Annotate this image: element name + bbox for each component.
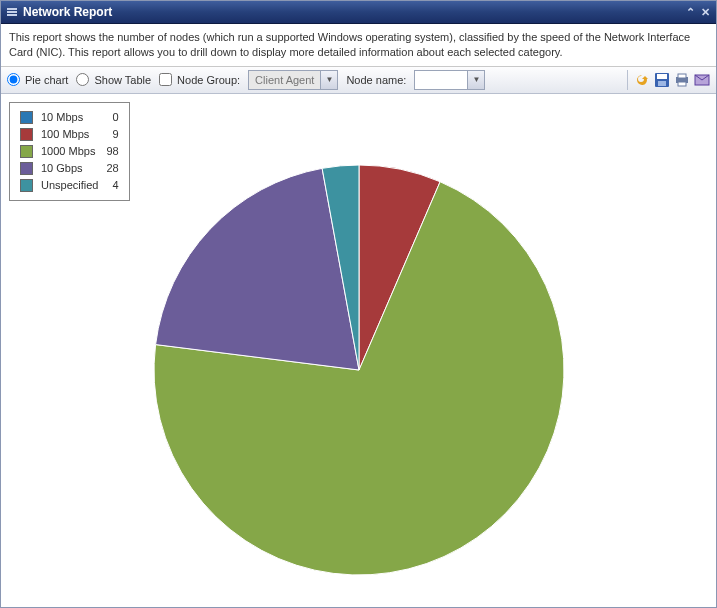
legend-row: 10 Mbps0 xyxy=(16,109,123,126)
legend-swatch xyxy=(20,145,33,158)
report-window: Network Report ⌃ ✕ This report shows the… xyxy=(0,0,717,608)
legend-swatch xyxy=(20,162,33,175)
node-group-checkbox-label: Node Group: xyxy=(177,74,240,86)
legend-label: 10 Gbps xyxy=(37,160,102,177)
legend-swatch xyxy=(20,111,33,124)
svg-rect-2 xyxy=(658,81,666,86)
title-bar: Network Report ⌃ ✕ xyxy=(1,1,716,24)
collapse-icon[interactable]: ⌃ xyxy=(686,6,695,19)
legend-value: 98 xyxy=(102,143,122,160)
pie-chart-radio[interactable]: Pie chart xyxy=(7,73,68,86)
legend-value: 28 xyxy=(102,160,122,177)
show-table-radio-input[interactable] xyxy=(76,73,89,86)
legend-row: 100 Mbps9 xyxy=(16,126,123,143)
legend-row: Unspecified4 xyxy=(16,177,123,194)
menu-icon xyxy=(7,8,17,16)
svg-rect-5 xyxy=(678,82,686,86)
node-group-checkbox[interactable]: Node Group: xyxy=(159,73,240,86)
chart-area: 10 Mbps0100 Mbps91000 Mbps9810 Gbps28Uns… xyxy=(1,94,716,607)
legend-row: 10 Gbps28 xyxy=(16,160,123,177)
legend-label: 100 Mbps xyxy=(37,126,102,143)
node-group-select: Client Agent ▼ xyxy=(248,70,338,90)
show-table-radio[interactable]: Show Table xyxy=(76,73,151,86)
print-icon[interactable] xyxy=(674,72,690,88)
legend-value: 0 xyxy=(102,109,122,126)
report-description: This report shows the number of nodes (w… xyxy=(1,24,716,67)
refresh-icon[interactable] xyxy=(634,72,650,88)
node-name-label: Node name: xyxy=(346,74,406,86)
show-table-radio-label: Show Table xyxy=(94,74,151,86)
chart-legend: 10 Mbps0100 Mbps91000 Mbps9810 Gbps28Uns… xyxy=(9,102,130,201)
legend-row: 1000 Mbps98 xyxy=(16,143,123,160)
separator xyxy=(627,70,628,90)
chevron-down-icon[interactable]: ▼ xyxy=(467,71,484,89)
legend-swatch xyxy=(20,128,33,141)
pie-chart-radio-input[interactable] xyxy=(7,73,20,86)
legend-label: 1000 Mbps xyxy=(37,143,102,160)
chevron-down-icon: ▼ xyxy=(320,71,337,89)
node-group-select-value: Client Agent xyxy=(249,74,320,86)
node-group-checkbox-input[interactable] xyxy=(159,73,172,86)
node-name-select[interactable]: ▼ xyxy=(414,70,485,90)
legend-value: 4 xyxy=(102,177,122,194)
window-title: Network Report xyxy=(23,5,112,19)
svg-rect-4 xyxy=(678,74,686,78)
toolbar: Pie chart Show Table Node Group: Client … xyxy=(1,67,716,94)
save-icon[interactable] xyxy=(654,72,670,88)
toolbar-actions xyxy=(625,70,710,90)
pie-chart xyxy=(149,160,569,582)
legend-label: 10 Mbps xyxy=(37,109,102,126)
close-icon[interactable]: ✕ xyxy=(701,6,710,19)
legend-value: 9 xyxy=(102,126,122,143)
legend-swatch xyxy=(20,179,33,192)
pie-chart-radio-label: Pie chart xyxy=(25,74,68,86)
email-icon[interactable] xyxy=(694,72,710,88)
svg-rect-1 xyxy=(657,74,667,79)
legend-label: Unspecified xyxy=(37,177,102,194)
